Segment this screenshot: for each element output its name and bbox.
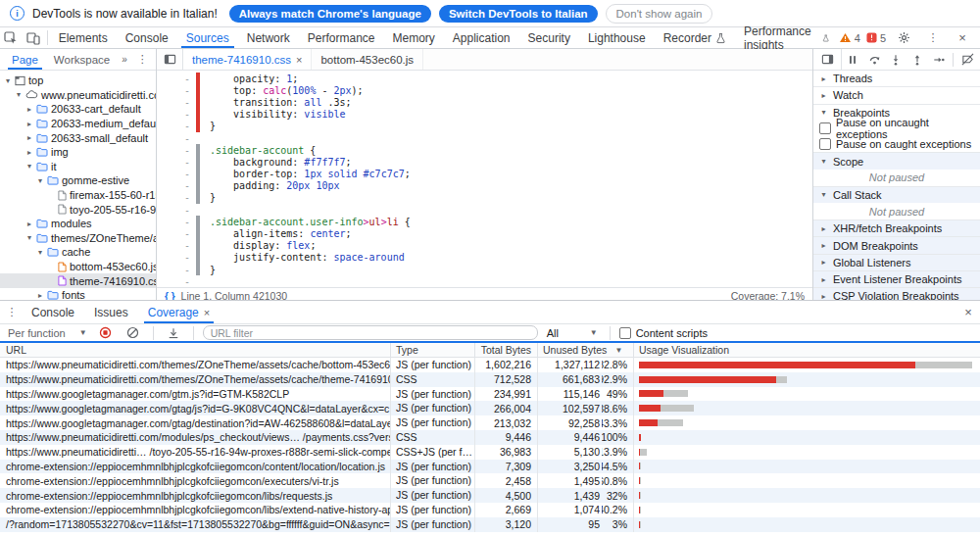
step-icon[interactable]	[928, 49, 950, 70]
editor-tab-theme-css[interactable]: theme-7416910.css ×	[183, 49, 312, 70]
tab-lighthouse[interactable]: Lighthouse	[579, 27, 655, 48]
disclosure-arrow-icon[interactable]: ▾	[25, 233, 33, 242]
url-cell[interactable]: https://www.googletagmanager.com/gtag/de…	[0, 415, 390, 430]
section-threads[interactable]: ▸Threads	[813, 71, 980, 86]
editor-tab-bottom-js[interactable]: bottom-453ec60.js	[312, 49, 423, 70]
url-cell[interactable]: https://www.pneumaticidiretti.com/themes…	[0, 372, 390, 387]
coverage-row[interactable]: /?random=1713805532270&cv=11&fst=1713805…	[0, 517, 980, 532]
issues-badge[interactable]: 5	[866, 32, 886, 44]
kebab-menu-icon[interactable]: ⋮	[921, 31, 945, 44]
disclosure-arrow-icon[interactable]: ▸	[819, 292, 828, 300]
disclosure-arrow-icon[interactable]: ▾	[15, 90, 23, 99]
coverage-row[interactable]: https://www.pneumaticidiretti… /toyo-205…	[0, 445, 980, 460]
checkbox-icon[interactable]	[819, 122, 831, 134]
tab-performance[interactable]: Performance	[299, 27, 384, 48]
coverage-row[interactable]: chrome-extension://eppiocemhmnlbhjplcgko…	[0, 460, 980, 474]
disclosure-arrow-icon[interactable]: ▸	[819, 258, 828, 267]
code-editor[interactable]: - opacity: 1;- top: calc(100% - 2px);- t…	[157, 71, 812, 287]
tree-item-top[interactable]: ▾top	[0, 73, 156, 88]
step-into-icon[interactable]	[885, 49, 906, 70]
section-global-listeners[interactable]: ▸Global Listeners	[813, 254, 980, 270]
step-out-icon[interactable]	[906, 49, 928, 70]
coverage-row[interactable]: chrome-extension://eppiocemhmnlbhjplcgko…	[0, 503, 980, 517]
toggle-navigator-icon[interactable]	[157, 49, 183, 70]
type-filter-dropdown[interactable]: All ▼	[544, 327, 601, 339]
warnings-badge[interactable]: 4	[839, 32, 860, 44]
coverage-row[interactable]: https://www.pneumaticidiretti.com/themes…	[0, 372, 980, 387]
section-call-stack[interactable]: ▾Call Stack	[813, 186, 980, 203]
url-cell[interactable]: https://www.pneumaticidiretti… /toyo-205…	[0, 445, 390, 460]
disclosure-arrow-icon[interactable]: ▸	[25, 133, 33, 142]
url-cell[interactable]: https://www.pneumaticidiretti.com/module…	[0, 430, 390, 445]
column-unused-bytes[interactable]: Unused Bytes ▼	[537, 343, 633, 357]
content-scripts-checkbox[interactable]: Content scripts	[619, 327, 708, 339]
checkbox-pause-on-uncaught-exceptions[interactable]: Pause on uncaught exceptions	[813, 121, 980, 136]
tab-memory[interactable]: Memory	[383, 27, 443, 48]
tab-network[interactable]: Network	[238, 27, 299, 48]
tab-console[interactable]: Console	[117, 27, 177, 48]
section-watch[interactable]: ▸Watch	[813, 86, 980, 103]
disclosure-arrow-icon[interactable]: ▸	[25, 148, 33, 157]
deactivate-breakpoints-icon[interactable]	[956, 49, 978, 70]
disclosure-arrow-icon[interactable]: ▸	[25, 105, 33, 114]
column-total-bytes[interactable]: Total Bytes	[474, 343, 537, 357]
url-filter-input[interactable]	[203, 325, 538, 340]
coverage-row[interactable]: https://www.pneumaticidiretti.com/module…	[0, 430, 980, 445]
url-cell[interactable]: https://www.googletagmanager.com/gtag/js…	[0, 401, 390, 415]
coverage-row[interactable]: https://www.googletagmanager.com/gtag/js…	[0, 401, 980, 415]
disclosure-arrow-icon[interactable]: ▸	[819, 241, 828, 250]
tree-item-theme-7416910-css[interactable]: theme-7416910.css	[0, 273, 156, 288]
tree-item-modules[interactable]: ▸modules	[0, 217, 156, 231]
switch-language-button[interactable]: Switch DevTools to Italian	[439, 5, 598, 23]
tree-item-bottom-453ec60-js[interactable]: bottom-453ec60.js	[0, 260, 156, 274]
disclosure-arrow-icon[interactable]: ▾	[819, 157, 828, 166]
column-url[interactable]: URL	[0, 343, 390, 357]
tree-item-it[interactable]: ▾it	[0, 160, 156, 174]
tree-item-img[interactable]: ▸img	[0, 145, 156, 160]
pause-script-icon[interactable]	[842, 49, 863, 70]
tab-elements[interactable]: Elements	[50, 27, 117, 48]
coverage-row[interactable]: chrome-extension://eppiocemhmnlbhjplcgko…	[0, 473, 980, 488]
device-toolbar-icon[interactable]	[23, 27, 45, 48]
disclosure-arrow-icon[interactable]: ▾	[819, 190, 828, 199]
section-xhr-fetch-breakpoints[interactable]: ▸XHR/fetch Breakpoints	[813, 220, 980, 236]
url-cell[interactable]: chrome-extension://eppiocemhmnlbhjplcgko…	[0, 503, 390, 517]
toggle-debugger-sidebar-icon[interactable]	[813, 49, 842, 70]
disclosure-arrow-icon[interactable]: ▸	[25, 120, 33, 128]
column-usage-visualization[interactable]: Usage Visualization	[633, 343, 980, 357]
coverage-row[interactable]: https://www.googletagmanager.com/gtm.js?…	[0, 387, 980, 402]
section-dom-breakpoints[interactable]: ▸DOM Breakpoints	[813, 236, 980, 253]
checkbox-pause-on-caught-exceptions[interactable]: Pause on caught exceptions	[813, 136, 980, 152]
disclosure-arrow-icon[interactable]: ▾	[36, 248, 44, 257]
tab-issues[interactable]: Issues	[84, 301, 138, 323]
disclosure-arrow-icon[interactable]: ▸	[25, 220, 33, 228]
disclosure-arrow-icon[interactable]: ▸	[36, 291, 44, 300]
url-cell[interactable]: chrome-extension://eppiocemhmnlbhjplcgko…	[0, 488, 390, 503]
close-tab-icon[interactable]: ×	[296, 54, 302, 66]
step-over-icon[interactable]	[863, 49, 885, 70]
tab-sources[interactable]: Sources	[177, 27, 238, 48]
tab-recorder[interactable]: Recorder	[655, 27, 735, 48]
more-tabs-icon[interactable]: »	[118, 54, 131, 65]
tab-performance-insights[interactable]: Performance insights	[735, 27, 839, 48]
checkbox-icon[interactable]	[819, 138, 831, 150]
navigator-kebab-icon[interactable]: ⋮	[131, 53, 154, 66]
tab-page[interactable]: Page	[4, 49, 46, 70]
url-cell[interactable]: https://www.googletagmanager.com/gtm.js?…	[0, 387, 390, 402]
url-cell[interactable]: https://www.pneumaticidiretti.com/themes…	[0, 358, 390, 372]
inspect-element-icon[interactable]	[0, 27, 23, 48]
disclosure-arrow-icon[interactable]: ▸	[819, 275, 828, 284]
disclosure-arrow-icon[interactable]: ▾	[819, 108, 828, 117]
checkbox-icon[interactable]	[619, 327, 631, 339]
match-language-button[interactable]: Always match Chrome's language	[229, 5, 431, 23]
disclosure-arrow-icon[interactable]: ▾	[36, 176, 44, 185]
tree-item-20633-medium-default[interactable]: ▸20633-medium_default	[0, 117, 156, 131]
tree-item-toyo-205-55-r16-94w-p[interactable]: toyo-205-55-r16-94w-p	[0, 202, 156, 217]
tab-application[interactable]: Application	[444, 27, 519, 48]
tree-item-www-pneumaticidiretti-com[interactable]: ▾www.pneumaticidiretti.com	[0, 88, 156, 103]
tree-item-cache[interactable]: ▾cache	[0, 245, 156, 260]
tab-security[interactable]: Security	[519, 27, 579, 48]
section-event-listener-breakpoints[interactable]: ▸Event Listener Breakpoints	[813, 270, 980, 287]
tree-item-gomme-estive[interactable]: ▾gomme-estive	[0, 173, 156, 188]
per-function-dropdown[interactable]: Per function ▼	[6, 327, 89, 339]
